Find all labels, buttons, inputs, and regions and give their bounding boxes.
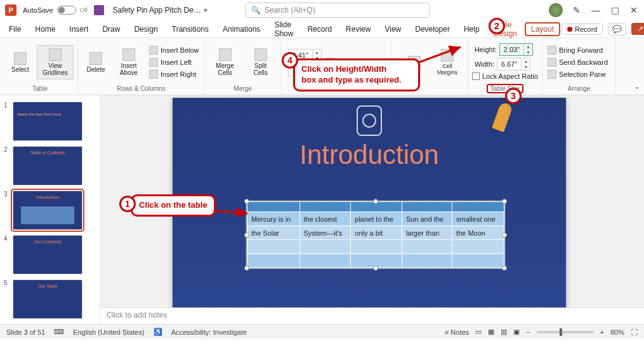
tab-transitions[interactable]: Transitions [166,22,215,36]
merge-icon [219,48,232,61]
resize-handle[interactable] [502,199,507,204]
zoom-in-button[interactable]: + [600,328,604,336]
view-gridlines-button[interactable]: View Gridlines [37,45,74,79]
save-icon[interactable] [94,5,104,15]
close-button[interactable]: ✕ [629,5,639,15]
document-name[interactable]: Safety Pin App Pitch De… [113,6,201,15]
record-button[interactable]: Record [562,24,603,35]
share-button[interactable]: ↗Share [631,23,644,35]
tab-design[interactable]: Design [128,22,164,36]
lock-aspect-label: Lock Aspect Ratio [482,72,538,80]
send-backward-button[interactable]: Send Backward [546,57,609,67]
slide-thumbnail-panel[interactable]: 1Safety Pin App Pitch Deck 2Table of Con… [0,95,100,324]
insert-right-icon [149,70,158,79]
table-row: Mercury is inthe closestplanet to theSun… [247,212,504,226]
view-slideshow-icon[interactable]: ▣ [513,328,520,336]
table-height-input[interactable]: 2.03"▲▼ [499,43,533,56]
cell-margins-button[interactable]: Cell Margins [431,46,464,78]
insert-left-icon [149,58,158,67]
tab-insert[interactable]: Insert [63,22,95,36]
autosave-toggle[interactable] [57,6,76,15]
thumbnail-1[interactable]: 1Safety Pin App Pitch Deck [1,99,98,144]
zoom-slider[interactable] [537,331,594,333]
margins-icon [441,49,454,62]
annotation-marker-1: 1 [119,196,136,212]
slide-counter[interactable]: Slide 3 of 51 [6,328,45,336]
group-table: Table [32,85,48,93]
pin-decoration-icon [492,102,513,132]
comments-button[interactable]: 💬 [608,23,626,36]
group-merge: Merge [233,85,251,93]
group-arrange: Arrange [568,85,591,93]
zoom-out-button[interactable]: − [526,328,530,336]
resize-handle[interactable] [244,266,249,271]
tab-slideshow[interactable]: Slide Show [268,18,299,41]
resize-handle[interactable] [373,199,378,204]
height-label: Height: [475,46,497,53]
selection-icon [548,70,556,79]
merge-cells-button[interactable]: Merge Cells [209,46,242,79]
insert-above-button[interactable]: Insert Above [112,46,145,79]
tab-layout[interactable]: Layout [525,22,560,36]
resize-handle[interactable] [373,266,378,271]
user-avatar[interactable] [549,3,563,17]
doc-menu-chevron-icon[interactable]: ▾ [204,6,207,15]
insert-right-button[interactable]: Insert Right [148,69,200,79]
table-width-input[interactable]: 6.67"▲▼ [497,58,530,71]
thumbnail-5[interactable]: 5Our Team [1,277,98,321]
resize-handle[interactable] [244,199,249,204]
cursor-icon [14,52,27,65]
maximize-button[interactable]: ▢ [610,5,620,15]
record-dot-icon [567,27,572,32]
split-cells-button[interactable]: Split Cells [244,46,277,79]
tab-file[interactable]: File [3,22,27,36]
thumbnail-3[interactable]: 3Introduction [1,188,98,232]
grid-icon [49,48,62,61]
selection-pane-button[interactable]: Selection Pane [546,69,609,79]
tab-review[interactable]: Review [339,22,377,36]
minimize-button[interactable]: — [591,5,601,15]
search-icon: 🔍 [251,6,261,15]
tab-help[interactable]: Help [457,22,486,36]
annotation-callout-4: Click on Height/Widthbox and type as req… [293,58,420,91]
notes-pane[interactable]: Click to add notes [100,307,644,324]
zoom-level[interactable]: 80% [610,328,624,336]
autosave-label: AutoSave [23,6,53,14]
split-icon [254,48,267,61]
insert-left-button[interactable]: Insert Left [148,57,200,67]
resize-handle[interactable] [502,266,507,271]
tab-home[interactable]: Home [29,22,62,36]
tab-developer[interactable]: Developer [409,22,456,36]
select-button[interactable]: Select [6,50,34,76]
lang-icon: ⌨ [54,328,64,336]
backward-icon [548,58,556,67]
tab-view[interactable]: View [378,22,407,36]
table-row: the SolarSystem—it'sonly a bitlarger tha… [247,226,504,240]
view-normal-icon[interactable]: ▭ [475,328,482,336]
thumbnail-4[interactable]: 4Our Company [1,232,98,277]
tab-animations[interactable]: Animations [216,22,266,36]
bring-forward-button[interactable]: Bring Forward [546,45,609,55]
tab-record[interactable]: Record [301,22,338,36]
resize-handle[interactable] [244,232,249,238]
tab-draw[interactable]: Draw [96,22,126,36]
notes-toggle[interactable]: ≡ Notes [445,328,469,336]
ink-icon[interactable]: ✎ [572,5,582,15]
collapse-ribbon-icon[interactable]: ⌄ [634,82,640,91]
table-object[interactable]: Mercury is inthe closestplanet to theSun… [246,201,505,269]
thumbnail-2[interactable]: 2Table of Contents [1,144,98,188]
lock-aspect-checkbox[interactable] [472,72,480,80]
resize-handle[interactable] [502,232,507,238]
view-reading-icon[interactable]: ▥ [501,328,507,336]
accessibility-status[interactable]: Accessibility: Investigate [171,328,247,336]
delete-button[interactable]: Delete [82,50,110,76]
share-icon: ↗ [638,25,643,33]
app-icon: P [5,4,16,16]
view-sorter-icon[interactable]: ▦ [488,328,494,336]
insert-below-button[interactable]: Insert Below [148,45,200,55]
forward-icon [548,46,556,55]
language-status[interactable]: English (United States) [73,328,145,336]
autosave-state: Off [80,7,88,13]
fit-window-icon[interactable]: ⛶ [631,328,638,336]
search-input[interactable]: 🔍 Search (Alt+Q) [246,3,430,18]
